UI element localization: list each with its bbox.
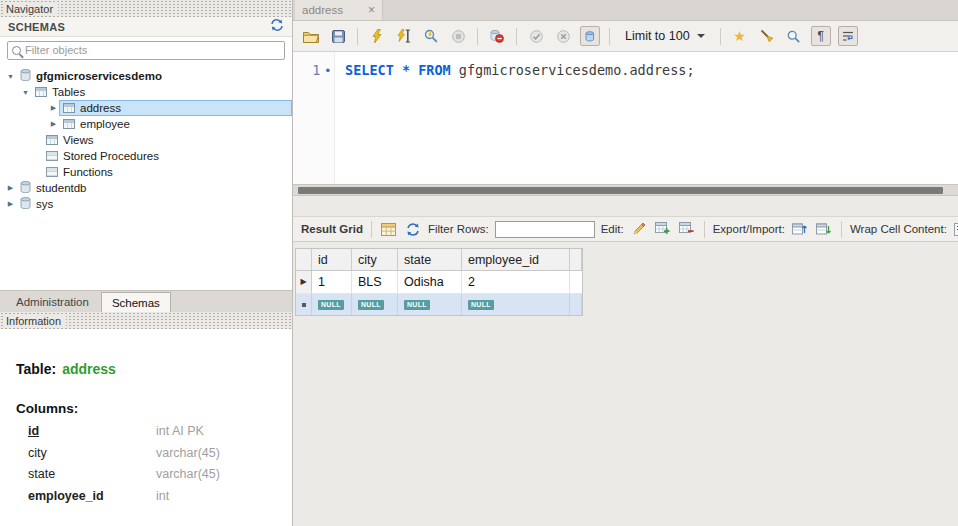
commit-icon[interactable] <box>526 26 546 46</box>
cell-city[interactable]: BLS <box>352 271 398 293</box>
expand-arrow-icon[interactable]: ▶ <box>5 184 16 192</box>
open-script-icon[interactable] <box>301 26 321 46</box>
new-row-indicator-icon <box>302 303 306 307</box>
tree-item-sys[interactable]: ▶ sys <box>0 196 292 212</box>
tab-administration[interactable]: Administration <box>6 291 99 312</box>
column-type: int <box>156 489 169 504</box>
wrap-cell-content-label: Wrap Cell Content: <box>850 223 947 235</box>
edit-record-icon[interactable] <box>630 220 648 238</box>
tree-item-label: studentdb <box>36 182 87 194</box>
cell-id[interactable]: 1 <box>312 271 352 293</box>
tree-item-studentdb[interactable]: ▶ studentdb <box>0 180 292 196</box>
result-grid: id city state employee_id ▶ 1 BLS Odisha… <box>295 248 583 316</box>
toggle-stop-on-error-icon[interactable] <box>487 26 507 46</box>
expand-arrow-icon[interactable]: ▼ <box>20 89 31 96</box>
explain-plan-icon[interactable] <box>421 26 441 46</box>
column-name: city <box>16 446 156 461</box>
export-results-icon[interactable] <box>791 220 809 238</box>
tree-item-employee[interactable]: ▶ employee <box>0 116 292 132</box>
null-badge: NULL <box>358 300 384 310</box>
cell-filler <box>570 294 582 315</box>
chevron-down-icon <box>697 34 705 38</box>
expand-arrow-icon[interactable]: ▼ <box>5 73 16 80</box>
close-tab-icon[interactable]: × <box>368 4 375 16</box>
tree-item-address[interactable]: ▶ address <box>0 100 292 116</box>
filter-objects-input[interactable] <box>25 44 280 56</box>
filter-rows-input[interactable] <box>495 221 595 238</box>
sql-operator: * <box>394 62 418 78</box>
tree-item-label: employee <box>80 118 130 130</box>
rollback-icon[interactable] <box>553 26 573 46</box>
sql-code-editor[interactable]: 1 • SELECT * FROM gfgmicroservicesdemo.a… <box>293 52 958 184</box>
beautify-script-icon[interactable] <box>757 26 777 46</box>
panel-splitter[interactable] <box>293 196 958 216</box>
refresh-schemas-icon[interactable] <box>270 19 284 34</box>
expand-arrow-icon[interactable]: ▶ <box>5 200 16 208</box>
horizontal-scrollbar-thumb[interactable] <box>298 187 943 194</box>
column-header-filler <box>570 249 582 270</box>
code-pane[interactable]: SELECT * FROM gfgmicroservicesdemo.addre… <box>335 52 958 184</box>
information-title: Information <box>5 315 66 327</box>
row-selector[interactable] <box>296 294 312 315</box>
sql-statement: SELECT * FROM gfgmicroservicesdemo.addre… <box>345 62 958 79</box>
column-header-city[interactable]: city <box>352 249 398 270</box>
show-invisibles-icon[interactable]: ¶ <box>811 26 831 46</box>
insert-row-icon[interactable] <box>654 220 672 238</box>
result-row[interactable]: ▶ 1 BLS Odisha 2 <box>296 271 582 294</box>
filter-box[interactable] <box>7 41 285 60</box>
save-script-icon[interactable] <box>328 26 348 46</box>
toggle-autocommit-icon[interactable] <box>580 26 600 46</box>
column-header-employee-id[interactable]: employee_id <box>462 249 570 270</box>
row-selector[interactable]: ▶ <box>296 271 312 293</box>
cell-employee-id-null[interactable]: NULL <box>462 294 570 315</box>
save-snippet-icon[interactable]: ★+ <box>730 26 750 46</box>
result-grid-header-row: id city state employee_id <box>296 249 582 271</box>
cell-state-null[interactable]: NULL <box>398 294 462 315</box>
column-name: state <box>16 467 156 482</box>
tree-item-stored-procedures[interactable]: Stored Procedures <box>0 148 292 164</box>
info-column-row: state varchar(45) <box>16 467 276 482</box>
horizontal-scrollbar-track[interactable] <box>293 184 958 196</box>
null-badge: NULL <box>468 300 494 310</box>
information-panel: Table:address Columns: id int AI PK city… <box>0 329 292 526</box>
sql-editor-panel: address × Limit to 100 ★+ <box>293 0 958 526</box>
query-tab-bar: address × <box>293 0 958 21</box>
expand-arrow-icon[interactable]: ▶ <box>48 104 59 112</box>
delete-row-icon[interactable] <box>678 220 696 238</box>
stop-execution-icon[interactable] <box>448 26 468 46</box>
wrap-text-icon[interactable] <box>838 26 858 46</box>
tab-schemas[interactable]: Schemas <box>101 292 171 312</box>
expand-arrow-icon[interactable]: ▶ <box>48 120 59 128</box>
null-badge: NULL <box>404 300 430 310</box>
info-columns-label: Columns: <box>16 401 276 416</box>
tree-item-label: Views <box>63 134 93 146</box>
wrap-cell-content-icon[interactable] <box>953 220 958 238</box>
null-badge: NULL <box>318 300 344 310</box>
tree-item-views[interactable]: Views <box>0 132 292 148</box>
limit-rows-dropdown[interactable]: Limit to 100 <box>619 27 711 45</box>
column-type: varchar(45) <box>156 446 220 461</box>
column-name: employee_id <box>16 489 156 504</box>
info-table-label: Table: <box>16 361 56 377</box>
sql-editor-toolbar: Limit to 100 ★+ ¶ <box>293 21 958 52</box>
statement-marker-icon: • <box>325 62 330 79</box>
tree-item-functions[interactable]: Functions <box>0 164 292 180</box>
grid-view-icon[interactable] <box>380 220 398 238</box>
cell-state[interactable]: Odisha <box>398 271 462 293</box>
cell-id-null[interactable]: NULL <box>312 294 352 315</box>
cell-employee-id[interactable]: 2 <box>462 271 570 293</box>
views-icon <box>46 135 58 145</box>
cell-city-null[interactable]: NULL <box>352 294 398 315</box>
column-header-state[interactable]: state <box>398 249 462 270</box>
import-records-icon[interactable] <box>815 220 833 238</box>
tab-query-address[interactable]: address × <box>295 0 383 20</box>
find-icon[interactable] <box>784 26 804 46</box>
execute-icon[interactable] <box>367 26 387 46</box>
tree-item-tables[interactable]: ▼ Tables <box>0 84 292 100</box>
column-header-id[interactable]: id <box>312 249 352 270</box>
tree-item-gfgmicroservicesdemo[interactable]: ▼ gfgmicroservicesdemo <box>0 68 292 84</box>
execute-current-statement-icon[interactable] <box>394 26 414 46</box>
toolbar-separator <box>609 28 610 45</box>
refresh-results-icon[interactable] <box>404 220 422 238</box>
result-new-row[interactable]: NULL NULL NULL NULL <box>296 294 582 315</box>
